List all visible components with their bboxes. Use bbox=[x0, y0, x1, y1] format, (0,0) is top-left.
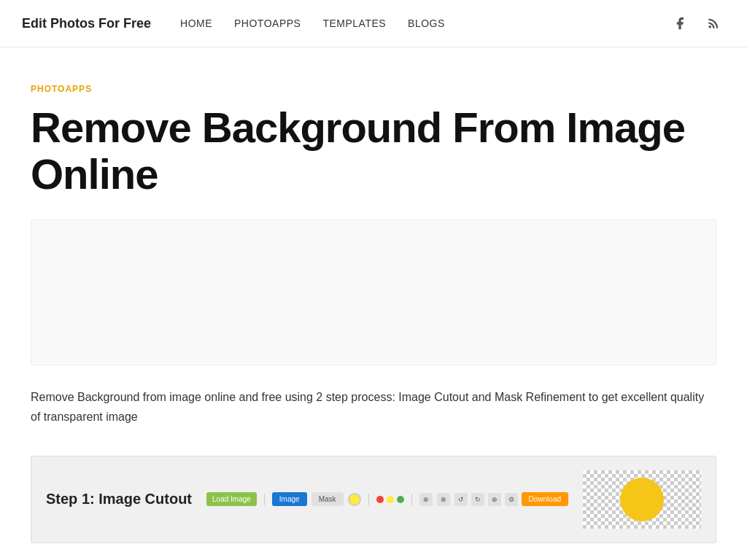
canvas-area bbox=[583, 470, 701, 529]
page-title: Remove Background From Image Online bbox=[31, 104, 716, 198]
settings-icon[interactable]: ⚙ bbox=[505, 493, 518, 506]
nav-photoapps[interactable]: PHOTOAPPS bbox=[234, 18, 301, 29]
close-dot bbox=[376, 496, 384, 503]
main-nav: HOME PHOTOAPPS TEMPLATES BLOGS bbox=[180, 18, 445, 29]
window-controls bbox=[376, 496, 404, 503]
screenshot-image: Step 1: Image Cutout Load Image Image Ma… bbox=[31, 456, 716, 543]
category-label: PHOTOAPPS bbox=[31, 84, 716, 94]
site-header: Edit Photos For Free HOME PHOTOAPPS TEMP… bbox=[0, 0, 747, 47]
toolbar-separator bbox=[264, 494, 265, 505]
ad-area bbox=[31, 219, 716, 365]
main-content: PHOTOAPPS Remove Background From Image O… bbox=[16, 47, 731, 543]
zoom-icon[interactable]: ⊕ bbox=[488, 493, 501, 506]
redo-icon[interactable]: ↻ bbox=[471, 493, 484, 506]
mock-toolbar: Load Image Image Mask ⊕ ⊗ ↺ ↻ ⊕ ⚙ Downlo… bbox=[206, 492, 568, 506]
mask-tab[interactable]: Mask bbox=[311, 492, 344, 506]
color-circle bbox=[348, 493, 361, 506]
load-image-button[interactable]: Load Image bbox=[206, 492, 257, 506]
facebook-icon[interactable] bbox=[668, 12, 692, 35]
download-button[interactable]: Download bbox=[522, 492, 568, 506]
image-tab[interactable]: Image bbox=[272, 492, 307, 506]
rss-icon[interactable] bbox=[702, 12, 725, 35]
toolbar-right: ↺ ↻ ⊕ ⚙ Download bbox=[454, 492, 568, 506]
tool-icon-2[interactable]: ⊗ bbox=[437, 493, 450, 506]
undo-icon[interactable]: ↺ bbox=[454, 493, 468, 506]
minimize-dot bbox=[387, 496, 394, 503]
toolbar-separator-3 bbox=[411, 494, 412, 505]
tool-icon-1[interactable]: ⊕ bbox=[419, 493, 433, 506]
svg-point-0 bbox=[708, 26, 711, 28]
toolbar-separator-2 bbox=[368, 494, 369, 505]
nav-templates[interactable]: TEMPLATES bbox=[322, 18, 386, 29]
site-title[interactable]: Edit Photos For Free bbox=[22, 16, 151, 31]
step-label: Step 1: Image Cutout bbox=[46, 491, 192, 508]
maximize-dot bbox=[397, 496, 404, 503]
nav-home[interactable]: HOME bbox=[180, 18, 212, 29]
description-text: Remove Background from image online and … bbox=[31, 387, 716, 427]
header-left: Edit Photos For Free HOME PHOTOAPPS TEMP… bbox=[22, 16, 445, 31]
nav-blogs[interactable]: BLOGS bbox=[408, 18, 445, 29]
header-icons bbox=[668, 12, 725, 35]
